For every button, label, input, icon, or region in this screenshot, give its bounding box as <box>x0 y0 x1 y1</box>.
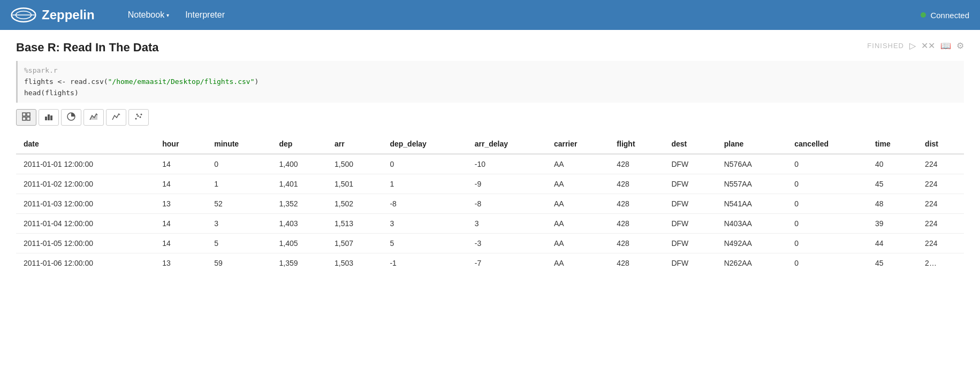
cell-4-0: 2011-01-05 12:00:00 <box>16 234 155 253</box>
cell-1-5: 1 <box>382 174 467 194</box>
cell-3-7: AA <box>546 214 609 234</box>
cell-2-2: 52 <box>207 194 271 214</box>
settings-icon[interactable]: ⚙ <box>956 41 964 51</box>
col-dep-delay: dep_delay <box>382 134 467 154</box>
code-block: %spark.r flights <- read.csv("/home/emaa… <box>16 61 964 103</box>
cell-5-13: 2… <box>917 253 964 273</box>
col-carrier: carrier <box>546 134 609 154</box>
cell-3-11: 0 <box>787 214 868 234</box>
run-icon[interactable]: ▷ <box>909 41 916 51</box>
cell-4-4: 1,507 <box>327 234 382 253</box>
cell-4-13: 224 <box>917 234 964 253</box>
col-date: date <box>16 134 155 154</box>
cell-5-11: 0 <box>787 253 868 273</box>
cell-3-2: 3 <box>207 214 271 234</box>
svg-rect-9 <box>50 115 52 120</box>
cell-4-9: DFW <box>664 234 716 253</box>
viz-line-button[interactable] <box>106 109 126 126</box>
cell-4-3: 1,405 <box>272 234 327 253</box>
cell-0-8: 428 <box>609 154 664 174</box>
cell-2-1: 13 <box>155 194 207 214</box>
code-line-1: %spark.r <box>24 65 958 76</box>
cell-0-6: -10 <box>467 154 546 174</box>
cell-4-6: -3 <box>467 234 546 253</box>
svg-point-15 <box>141 114 142 115</box>
cell-2-7: AA <box>546 194 609 214</box>
cell-3-3: 1,403 <box>272 214 327 234</box>
table-row: 2011-01-01 12:00:001401,4001,5000-10AA42… <box>16 154 964 174</box>
cell-2-0: 2011-01-03 12:00:00 <box>16 194 155 214</box>
svg-point-13 <box>138 115 139 117</box>
cell-0-4: 1,500 <box>327 154 382 174</box>
cell-3-12: 39 <box>868 214 917 234</box>
cell-1-8: 428 <box>609 174 664 194</box>
col-arr-delay: arr_delay <box>467 134 546 154</box>
cell-2-6: -8 <box>467 194 546 214</box>
cell-3-6: 3 <box>467 214 546 234</box>
viz-bar-button[interactable] <box>39 109 59 126</box>
cell-2-11: 0 <box>787 194 868 214</box>
cell-3-4: 1,513 <box>327 214 382 234</box>
cell-2-13: 224 <box>917 194 964 214</box>
cell-5-10: N262AA <box>717 253 787 273</box>
main-content: Base R: Read In The Data FINISHED ▷ ✕✕ 📖… <box>0 30 980 370</box>
table-row: 2011-01-03 12:00:0013521,3521,502-8-8AA4… <box>16 194 964 214</box>
table-icon <box>22 112 31 121</box>
table-header-row: date hour minute dep arr dep_delay arr_d… <box>16 134 964 154</box>
col-cancelled: cancelled <box>787 134 868 154</box>
cell-5-6: -7 <box>467 253 546 273</box>
cell-4-12: 44 <box>868 234 917 253</box>
notebook-header: Base R: Read In The Data FINISHED ▷ ✕✕ 📖… <box>16 41 964 55</box>
viz-table-button[interactable] <box>16 109 36 126</box>
code-line-3: head(flights) <box>24 88 958 99</box>
cell-2-8: 428 <box>609 194 664 214</box>
pie-chart-icon <box>67 112 75 121</box>
viz-area-button[interactable] <box>83 109 104 126</box>
viz-pie-button[interactable] <box>61 109 81 126</box>
cell-5-9: DFW <box>664 253 716 273</box>
cell-3-9: DFW <box>664 214 716 234</box>
notebook-toolbar-right: FINISHED ▷ ✕✕ 📖 ⚙ <box>867 41 964 51</box>
col-plane: plane <box>717 134 787 154</box>
cell-2-4: 1,502 <box>327 194 382 214</box>
cell-2-9: DFW <box>664 194 716 214</box>
brand-logo[interactable]: Zeppelin <box>11 5 95 25</box>
col-dist: dist <box>917 134 964 154</box>
nav-notebook[interactable]: Notebook ▾ <box>121 7 176 23</box>
cell-4-8: 428 <box>609 234 664 253</box>
cell-3-13: 224 <box>917 214 964 234</box>
zeppelin-logo-icon <box>11 5 36 25</box>
cell-5-4: 1,503 <box>327 253 382 273</box>
cell-5-2: 59 <box>207 253 271 273</box>
cell-1-1: 14 <box>155 174 207 194</box>
cell-1-2: 1 <box>207 174 271 194</box>
cell-1-13: 224 <box>917 174 964 194</box>
cell-3-5: 3 <box>382 214 467 234</box>
cell-0-9: DFW <box>664 154 716 174</box>
cell-4-10: N492AA <box>717 234 787 253</box>
cell-1-4: 1,501 <box>327 174 382 194</box>
notebook-title: Base R: Read In The Data <box>16 41 159 55</box>
cell-2-5: -8 <box>382 194 467 214</box>
svg-rect-3 <box>22 113 26 116</box>
code-line-2: flights <- read.csv("/home/emaasit/Deskt… <box>24 76 958 88</box>
col-flight: flight <box>609 134 664 154</box>
svg-rect-4 <box>27 113 30 116</box>
col-arr: arr <box>327 134 382 154</box>
stop-icon[interactable]: ✕✕ <box>921 41 935 51</box>
cell-4-7: AA <box>546 234 609 253</box>
cell-1-7: AA <box>546 174 609 194</box>
table-row: 2011-01-04 12:00:001431,4031,51333AA428D… <box>16 214 964 234</box>
bookmark-icon[interactable]: 📖 <box>940 41 951 51</box>
svg-rect-8 <box>48 114 50 120</box>
viz-scatter-button[interactable] <box>128 109 149 126</box>
table-row: 2011-01-02 12:00:001411,4011,5011-9AA428… <box>16 174 964 194</box>
nav-interpreter[interactable]: Interpreter <box>179 7 231 23</box>
cell-1-0: 2011-01-02 12:00:00 <box>16 174 155 194</box>
cell-1-6: -9 <box>467 174 546 194</box>
connection-status: Connected <box>921 11 969 20</box>
svg-point-12 <box>135 118 137 120</box>
col-hour: hour <box>155 134 207 154</box>
cell-1-11: 0 <box>787 174 868 194</box>
cell-0-3: 1,400 <box>272 154 327 174</box>
